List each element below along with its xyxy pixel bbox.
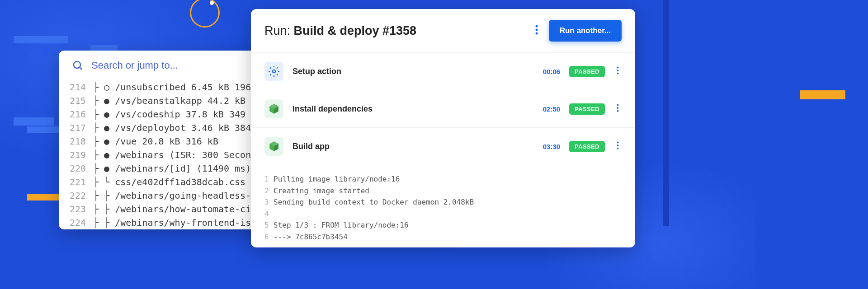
- log-line: 5Step 1/3 : FROM library/node:16: [264, 219, 622, 231]
- svg-point-14: [617, 148, 619, 149]
- cube-icon: [264, 99, 283, 118]
- log-line: 3Sending build context to Docker daemon …: [264, 196, 622, 208]
- more-vert-icon[interactable]: [614, 101, 622, 117]
- more-vert-icon[interactable]: [533, 22, 541, 39]
- status-badge: PASSED: [569, 103, 605, 115]
- svg-point-0: [74, 61, 80, 68]
- svg-line-1: [80, 67, 82, 70]
- run-another-button[interactable]: Run another...: [549, 20, 622, 42]
- more-vert-icon[interactable]: [614, 63, 622, 79]
- log-line: 1Pulling image library/node:16: [264, 173, 622, 185]
- run-title: Run: Build & deploy #1358: [264, 24, 524, 38]
- gear-icon: [264, 62, 283, 81]
- svg-point-3: [535, 29, 538, 31]
- step-name: Install dependencies: [292, 104, 534, 114]
- log-line: 2Creating image started: [264, 185, 622, 197]
- run-header: Run: Build & deploy #1358 Run another...: [251, 9, 635, 53]
- step-row[interactable]: Build app03:30PASSED: [251, 128, 635, 165]
- log-line: 4: [264, 208, 622, 220]
- run-panel: Run: Build & deploy #1358 Run another...…: [251, 9, 635, 247]
- svg-point-8: [617, 73, 619, 75]
- svg-point-4: [535, 33, 538, 35]
- status-badge: PASSED: [569, 66, 605, 77]
- svg-point-7: [617, 70, 619, 71]
- svg-point-10: [617, 107, 619, 109]
- svg-point-11: [617, 110, 619, 112]
- svg-point-2: [535, 25, 538, 28]
- more-vert-icon[interactable]: [614, 138, 622, 154]
- cube-icon: [264, 137, 283, 156]
- log-line: 6---> 7c865c7b3454: [264, 231, 622, 243]
- step-row[interactable]: Install dependencies02:50PASSED: [251, 90, 635, 128]
- step-duration: 03:30: [543, 143, 560, 150]
- svg-point-13: [617, 144, 619, 146]
- svg-point-12: [617, 141, 619, 143]
- step-name: Setup action: [292, 67, 534, 76]
- svg-point-5: [273, 70, 276, 73]
- step-duration: 02:50: [543, 105, 560, 113]
- build-log: 1Pulling image library/node:162Creating …: [251, 165, 635, 247]
- step-duration: 00:06: [543, 68, 560, 75]
- svg-point-6: [617, 66, 619, 68]
- status-badge: PASSED: [569, 141, 605, 152]
- svg-point-9: [617, 104, 619, 106]
- step-row[interactable]: Setup action00:06PASSED: [251, 53, 635, 90]
- step-name: Build app: [292, 142, 534, 151]
- search-icon: [72, 60, 83, 71]
